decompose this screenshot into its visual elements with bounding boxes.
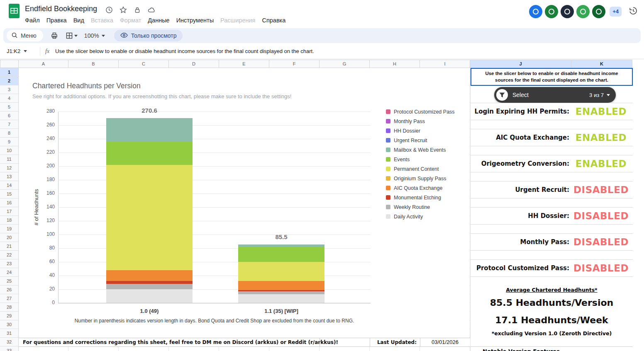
row-header-12[interactable]: 12: [0, 164, 19, 172]
row-header-21[interactable]: 21: [0, 242, 19, 251]
zoom-control[interactable]: 100%: [84, 32, 105, 39]
menu-file[interactable]: Файл: [22, 15, 43, 26]
toggle-value[interactable]: ENABLED: [569, 158, 633, 169]
menu-help[interactable]: Справка: [259, 15, 289, 26]
lock-icon[interactable]: [134, 6, 141, 15]
version-history-icon[interactable]: [628, 6, 638, 17]
row-header-30[interactable]: 30: [0, 320, 19, 329]
row-header-8[interactable]: 8: [0, 129, 19, 138]
menu-view[interactable]: Вид: [70, 15, 88, 26]
bar-segment-weekly-routine[interactable]: [106, 284, 193, 289]
menu-tools[interactable]: Инструменты: [173, 15, 217, 26]
toggle-value[interactable]: DISABLED: [569, 184, 633, 195]
column-header-c[interactable]: C: [119, 60, 169, 68]
bar-segment-daily-activity[interactable]: [238, 294, 324, 303]
clock-icon[interactable]: [105, 6, 113, 15]
bar-segment-daily-activity[interactable]: [106, 289, 193, 303]
legend-item-hh-dossier[interactable]: HH Dossier: [386, 126, 467, 136]
row-header-19[interactable]: 19: [0, 225, 19, 233]
bar-segment-permanent-content[interactable]: [106, 165, 193, 270]
slicer-count-dropdown[interactable]: 3 из 7: [589, 92, 610, 98]
column-header-k[interactable]: K: [571, 60, 632, 68]
legend-item-permanent-content[interactable]: Permanent Content: [386, 164, 467, 174]
bar-segment-permanent-content[interactable]: [238, 262, 324, 281]
row-header-15[interactable]: 15: [0, 190, 19, 198]
bar-segment-monumental-etching[interactable]: [238, 290, 324, 291]
row-header-10[interactable]: 10: [0, 146, 19, 155]
document-title[interactable]: Endfield Bookkeeping: [25, 5, 97, 13]
row-header-17[interactable]: 17: [0, 207, 19, 216]
row-header-27[interactable]: 27: [0, 294, 19, 303]
row-header-31[interactable]: 31: [0, 329, 19, 338]
menu-data[interactable]: Данные: [144, 15, 173, 26]
legend-item-protocol-customized-pass[interactable]: Protocol Customized Pass: [386, 107, 467, 116]
toolbar-menu-button[interactable]: Меню: [7, 30, 43, 41]
row-header-9[interactable]: 9: [0, 138, 19, 146]
row-header-14[interactable]: 14: [0, 181, 19, 190]
collaborator-avatar[interactable]: [545, 5, 558, 18]
row-header-4[interactable]: 4: [0, 94, 19, 103]
column-header-h[interactable]: H: [370, 60, 420, 68]
column-header-b[interactable]: B: [68, 60, 119, 68]
column-header-e[interactable]: E: [219, 60, 269, 68]
legend-item-daily-activity[interactable]: Daily Activity: [386, 212, 467, 221]
column-header-d[interactable]: D: [169, 60, 219, 68]
name-box[interactable]: J1:K2: [0, 48, 40, 54]
legend-item-originium-supply-pass[interactable]: Originium Supply Pass: [386, 174, 467, 183]
column-header-g[interactable]: G: [320, 60, 370, 68]
cloud-icon[interactable]: [148, 6, 155, 15]
legend-item-weekly-routine[interactable]: Weekly Routine: [386, 202, 467, 212]
row-header-1[interactable]: 1: [0, 68, 19, 77]
row-header-24[interactable]: 24: [0, 268, 19, 277]
row-header-11[interactable]: 11: [0, 155, 19, 164]
legend-item-mailbox-web-events[interactable]: Mailbox & Web Events: [386, 145, 467, 155]
selected-cell-j1k2[interactable]: Use the slicer below to enable or disabl…: [471, 68, 633, 86]
row-header-29[interactable]: 29: [0, 312, 19, 320]
collaborator-avatar[interactable]: [576, 5, 590, 18]
bar-segment-mailbox-web-events[interactable]: [238, 244, 324, 247]
row-header-33[interactable]: 33: [0, 346, 19, 351]
toggle-value[interactable]: ENABLED: [569, 106, 633, 117]
bar-segment-aic-quota-exchange[interactable]: [238, 281, 324, 290]
row-header-13[interactable]: 13: [0, 172, 19, 181]
bar-segment-weekly-routine[interactable]: [238, 291, 324, 294]
bar-segment-events[interactable]: [238, 247, 324, 262]
chart[interactable]: Chartered Headhunts per Version See righ…: [19, 68, 469, 338]
toggle-value[interactable]: DISABLED: [569, 211, 633, 221]
legend-item-urgent-recruit[interactable]: Urgent Recruit: [386, 136, 467, 145]
view-only-badge[interactable]: Только просмотр: [114, 30, 183, 41]
row-header-16[interactable]: 16: [0, 198, 19, 207]
row-header-25[interactable]: 25: [0, 277, 19, 286]
legend-item-events[interactable]: Events: [386, 155, 467, 164]
collaborators-overflow-chip[interactable]: +4: [610, 7, 622, 17]
menu-edit[interactable]: Правка: [43, 15, 70, 26]
column-header-i[interactable]: I: [420, 60, 470, 68]
print-button[interactable]: [51, 32, 58, 39]
slicer[interactable]: Select 3 из 7: [494, 87, 616, 103]
collaborator-avatar[interactable]: [529, 5, 542, 18]
column-header-a[interactable]: A: [19, 60, 68, 68]
toggle-value[interactable]: ENABLED: [569, 132, 633, 143]
sheets-logo-icon[interactable]: [9, 4, 20, 20]
borders-button[interactable]: [66, 32, 78, 39]
bar-segment-mailbox-web-events[interactable]: [106, 118, 193, 142]
legend-item-monthly-pass[interactable]: Monthly Pass: [386, 116, 467, 126]
bar-segment-monumental-etching[interactable]: [106, 281, 193, 284]
formula-input[interactable]: Use the slicer below to enable or disabl…: [55, 48, 314, 54]
toggle-value[interactable]: DISABLED: [569, 263, 633, 274]
bar-segment-events[interactable]: [106, 142, 193, 165]
row-header-2[interactable]: 2: [0, 77, 19, 85]
select-all-corner[interactable]: [0, 60, 19, 68]
row-header-3[interactable]: 3: [0, 85, 19, 94]
column-header-j[interactable]: J: [470, 60, 571, 68]
row-header-6[interactable]: 6: [0, 111, 19, 120]
collaborator-avatar[interactable]: [561, 5, 574, 18]
row-header-5[interactable]: 5: [0, 103, 19, 111]
star-icon[interactable]: [120, 6, 127, 15]
row-header-20[interactable]: 20: [0, 233, 19, 242]
column-header-f[interactable]: F: [269, 60, 320, 68]
legend-item-monumental-etching[interactable]: Monumental Etching: [386, 193, 467, 202]
row-header-32[interactable]: 32: [0, 338, 19, 346]
toggle-value[interactable]: DISABLED: [569, 237, 633, 247]
bar-segment-aic-quota-exchange[interactable]: [106, 270, 193, 281]
